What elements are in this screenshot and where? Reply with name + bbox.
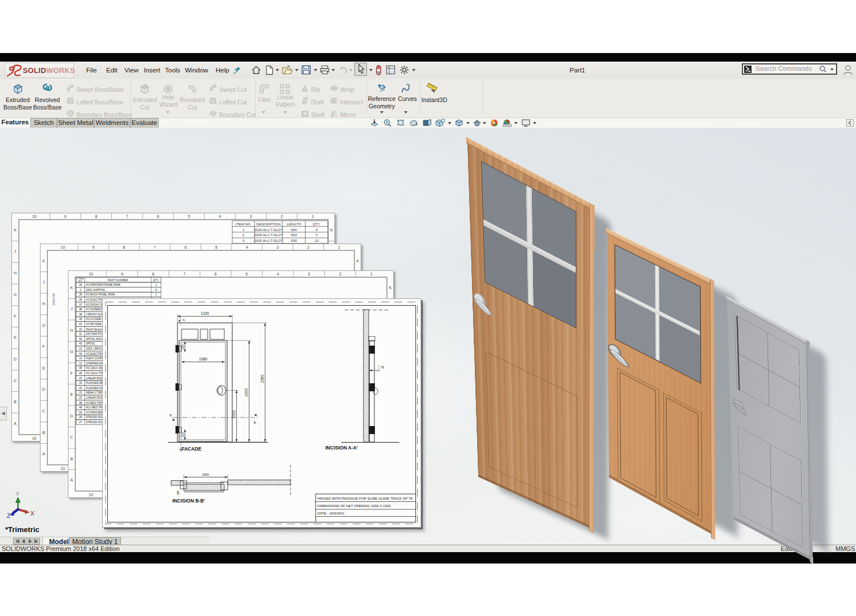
svg-text:1066.00: 1066.00	[52, 293, 55, 306]
svg-text:1080: 1080	[199, 357, 208, 361]
svg-text:9: 9	[64, 214, 66, 218]
svg-text:Touch Screen: Touch Screen	[86, 328, 103, 331]
svg-text:Z: Z	[7, 513, 10, 519]
svg-text:B': B'	[254, 421, 256, 424]
svg-text:H: H	[14, 271, 17, 275]
svg-text:286: 286	[177, 491, 180, 495]
svg-text:A: A	[70, 478, 73, 482]
svg-text:I/O PRINTER FRAME DN66: I/O PRINTER FRAME DN66	[86, 283, 121, 286]
svg-text:9: 9	[121, 272, 123, 276]
svg-text:8: 8	[123, 245, 126, 249]
svg-text:E: E	[70, 392, 73, 396]
svg-text:2: 2	[339, 272, 341, 276]
svg-text:31: 31	[79, 328, 82, 331]
svg-text:INCISION B-B': INCISION B-B'	[172, 498, 205, 504]
svg-text:A: A	[42, 452, 45, 456]
svg-text:4: 4	[219, 214, 221, 218]
svg-text:10: 10	[88, 493, 93, 497]
svg-text:FACADE: FACADE	[181, 446, 201, 452]
svg-text:21: 21	[79, 391, 82, 394]
svg-text:8: 8	[155, 289, 157, 291]
svg-text:LINEAR ROD: LINEAR ROD	[86, 377, 103, 380]
svg-text:2200: 2200	[244, 388, 248, 396]
svg-text:1220: 1220	[201, 311, 209, 315]
svg-text:C: C	[70, 435, 73, 439]
svg-text:G: G	[42, 323, 45, 327]
svg-text:1: 1	[312, 214, 314, 218]
svg-text:4: 4	[277, 272, 279, 276]
svg-text:39: 39	[79, 313, 82, 316]
svg-text:43: 43	[79, 342, 82, 345]
svg-text:4: 4	[246, 245, 248, 249]
svg-text:7: 7	[183, 272, 185, 276]
svg-text:X: X	[30, 510, 35, 517]
svg-text:1311: 1311	[232, 410, 236, 418]
svg-text:C: C	[42, 409, 45, 413]
svg-text:B: B	[70, 457, 73, 461]
svg-text:2: 2	[80, 289, 82, 291]
svg-text:1: 1	[155, 283, 157, 286]
svg-text:5: 5	[245, 272, 248, 276]
svg-text:22: 22	[79, 396, 82, 399]
svg-text:QTY.: QTY.	[153, 278, 159, 282]
svg-text:6: 6	[215, 272, 217, 276]
svg-text:49: 49	[79, 406, 82, 409]
svg-text:34: 34	[79, 283, 82, 286]
svg-text:8: 8	[152, 272, 155, 276]
svg-text:9: 9	[92, 245, 95, 249]
svg-text:A: A	[14, 422, 17, 425]
svg-text:2020 ALU T-SLOT: 2020 ALU T-SLOT	[254, 238, 283, 242]
svg-text:10: 10	[60, 245, 65, 249]
svg-text:4: 4	[316, 233, 318, 237]
svg-text:2: 2	[281, 214, 283, 218]
svg-text:5: 5	[215, 245, 217, 249]
svg-text:F: F	[14, 314, 16, 318]
svg-text:19: 19	[79, 382, 82, 384]
svg-text:G: G	[70, 350, 73, 354]
svg-text:1: 1	[338, 245, 340, 249]
svg-text:50: 50	[79, 411, 82, 414]
svg-text:7: 7	[154, 245, 156, 249]
svg-text:1: 1	[243, 228, 245, 232]
svg-text:2: 2	[243, 233, 245, 237]
svg-text:C: C	[14, 379, 17, 383]
svg-text:8: 8	[95, 214, 98, 218]
svg-text:11: 11	[79, 333, 82, 335]
svg-text:K: K	[14, 228, 17, 232]
svg-text:D: D	[42, 387, 45, 391]
svg-text:F: F	[70, 371, 72, 375]
svg-text:2020 ALU T-SLOT: 2020 ALU T-SLOT	[254, 228, 283, 232]
svg-text:44: 44	[79, 352, 82, 355]
svg-text:1000: 1000	[202, 473, 209, 476]
svg-text:I/O BED TRAY: I/O BED TRAY	[86, 402, 104, 404]
svg-text:6: 6	[184, 245, 187, 249]
svg-text:D: D	[70, 414, 73, 418]
svg-text:10: 10	[32, 214, 37, 218]
svg-text:10: 10	[88, 272, 93, 276]
svg-text:530: 530	[291, 238, 297, 242]
svg-text:ITEM NO.: ITEM NO.	[236, 222, 252, 226]
svg-text:J: J	[14, 249, 17, 253]
svg-text:47: 47	[79, 377, 82, 380]
svg-text:36: 36	[79, 298, 82, 301]
svg-text:2020 ALU T-SLOT: 2020 ALU T-SLOT	[254, 233, 283, 237]
svg-text:40: 40	[79, 318, 82, 321]
svg-text:3: 3	[277, 245, 279, 249]
svg-text:LENGTH: LENGTH	[286, 222, 301, 226]
svg-text:26: 26	[79, 416, 82, 419]
svg-text:940: 940	[291, 228, 297, 232]
svg-text:20: 20	[79, 387, 82, 390]
svg-text:37: 37	[79, 303, 82, 306]
svg-text:38: 38	[79, 308, 82, 311]
svg-text:1: 1	[370, 272, 373, 276]
svg-text:Y: Y	[15, 492, 20, 497]
svg-text:K: K	[357, 259, 360, 263]
svg-text:27: 27	[79, 421, 82, 424]
svg-text:13: 13	[314, 238, 318, 242]
svg-text:H: H	[70, 329, 73, 333]
svg-text:DATE : 16/5/2011: DATE : 16/5/2011	[317, 511, 345, 515]
svg-text:220: 220	[181, 344, 184, 349]
svg-text:K: K	[70, 286, 73, 290]
svg-text:35: 35	[79, 293, 82, 296]
svg-text:G: G	[14, 293, 17, 297]
